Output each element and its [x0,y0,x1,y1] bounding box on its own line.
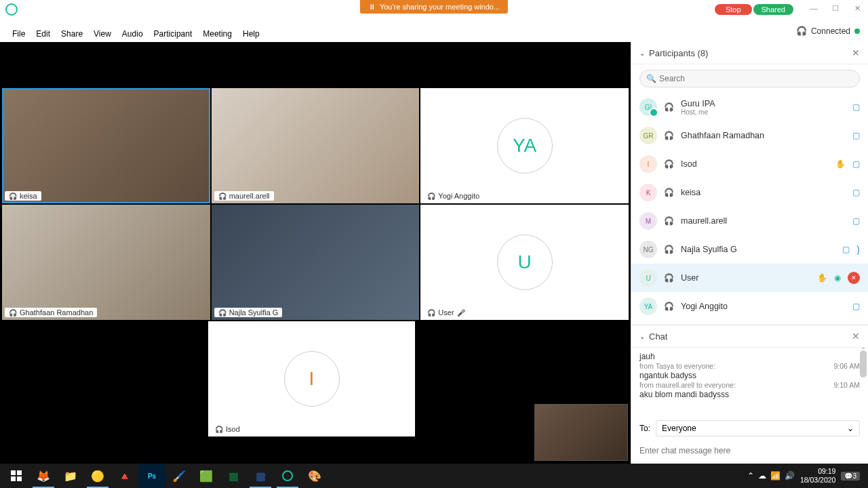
taskbar-app1[interactable]: 🖌️ [165,464,193,488]
menu-audio[interactable]: Audio [117,28,149,40]
avatar: NG [639,241,657,258]
video-feed [212,205,420,320]
scrollbar-thumb[interactable] [860,350,867,378]
participants-title: Participants (8) [649,48,708,58]
window-controls: — ☐ ✕ [803,0,868,16]
taskbar-clock[interactable]: 09:19 18/03/2020 [800,467,836,484]
close-chat-button[interactable]: ✕ [852,331,860,342]
chat-panel: ⌄ Chat ✕ ⌃ jauh from Tasya to everyone:9… [631,325,868,464]
camera-icon: ▢ [852,302,860,311]
connected-dot-icon [854,28,860,34]
menu-share[interactable]: Share [56,28,88,40]
avatar: GR [639,127,657,144]
participant-row-user[interactable]: U 🎧 User ✋◉✕ [631,264,868,292]
taskbar-explorer[interactable]: 📁 [57,464,84,488]
chat-message: aku blom mandi badysss [639,390,860,399]
system-tray[interactable]: ⌃ ☁ 📶 🔊 [747,471,795,481]
headset-icon: 🎧 [664,131,674,140]
taskbar-excel[interactable]: ▦ [220,464,247,488]
participant-search: 🔍 [639,70,860,87]
taskbar-coreldraw[interactable]: 🟩 [193,464,220,488]
headset-icon: 🎧 [664,273,674,283]
sharing-text: You're sharing your meeting windo... [380,3,500,11]
app-logo-icon [5,3,18,16]
chat-messages: ⌃ jauh from Tasya to everyone:9:06 AM ng… [631,348,868,416]
taskbar-firefox[interactable]: 🦊 [30,464,57,488]
headset-icon: 🎧 [664,216,674,226]
search-input[interactable] [639,70,860,87]
menu-view[interactable]: View [88,28,117,40]
camera-icon: ▢ [852,188,860,197]
participants-header[interactable]: ⌄ Participants (8) ✕ [631,42,868,64]
audio-icon: 🎧 [427,192,435,200]
onedrive-icon[interactable]: ☁ [758,471,766,481]
audio-icon: 🎧 [215,426,223,433]
video-tile-maurell[interactable]: 🎧maurell.arell [212,88,420,203]
chat-header[interactable]: ⌄ Chat ✕ [631,325,868,348]
tile-label: 🎧Yogi Anggito [423,191,484,201]
chat-input[interactable] [639,443,860,458]
participant-row-keisa[interactable]: K 🎧 keisa ▢ [631,178,868,207]
participant-row-guru[interactable]: GI 🎧 Guru IPAHost, me ▢ [631,93,868,121]
muted-icon: 🎤 [457,309,465,317]
menu-participant[interactable]: Participant [149,28,198,40]
headset-icon: 🎧 [664,159,674,169]
tray-chevron-icon[interactable]: ⌃ [747,471,754,481]
muted-badge-icon: ✕ [848,272,860,284]
avatar: K [639,184,657,201]
video-tile-yogi[interactable]: YA 🎧Yogi Anggito [420,88,629,203]
shared-button[interactable]: Shared [753,4,793,15]
chat-title: Chat [649,331,667,342]
participant-row-yogi[interactable]: YA 🎧 Yogi Anggito ▢ [631,292,868,321]
video-tile-keisa[interactable]: 🎧keisa [2,88,210,203]
audio-icon: 🎧 [427,309,435,317]
taskbar-vlc[interactable]: 🔺 [111,464,138,488]
close-button[interactable]: ✕ [846,0,868,16]
network-icon[interactable]: 📶 [770,471,781,481]
volume-icon[interactable]: 🔊 [785,471,795,481]
self-view[interactable] [534,404,628,461]
share-icon: ◉ [834,273,841,283]
headset-icon: 🎧 [796,26,807,36]
stop-sharing-button[interactable]: Stop [715,4,752,15]
taskbar-chrome[interactable]: 🟡 [84,464,111,488]
avatar: I [639,155,657,173]
participant-row-najla[interactable]: NG 🎧 Najla Syulfia G ▢) [631,235,868,264]
notification-badge[interactable]: 💬3 [841,472,860,481]
menu-edit[interactable]: Edit [31,28,56,40]
avatar: M [639,212,657,230]
maximize-button[interactable]: ☐ [825,0,846,16]
video-tile-user[interactable]: U 🎧User 🎤 [420,205,629,320]
extra-icon: ) [856,244,860,255]
video-tile-ghathfaan[interactable]: 🎧Ghathfaan Ramadhan [2,205,210,320]
participant-row-maurell[interactable]: M 🎧 maurell.arell ▢ [631,207,868,235]
taskbar-webex[interactable] [274,464,301,488]
minimize-button[interactable]: — [803,0,825,16]
taskbar-paint[interactable]: 🎨 [301,464,328,488]
svg-rect-0 [11,470,16,475]
close-panel-button[interactable]: ✕ [852,47,860,58]
video-tile-isod[interactable]: I 🎧Isod [208,321,415,436]
chevron-down-icon: ⌄ [639,333,645,340]
camera-icon: ▢ [852,131,860,140]
taskbar-photoshop[interactable]: Ps [138,464,165,488]
chat-meta: from maurell.arell to everyone:9:10 AM [639,381,860,389]
camera-icon: ▢ [852,159,860,169]
start-button[interactable] [3,464,30,488]
taskbar-word[interactable]: ▦ [247,464,274,488]
tile-label: 🎧keisa [5,191,41,201]
to-label: To: [639,424,650,433]
connected-label: Connected [811,26,850,36]
menu-file[interactable]: File [7,28,31,40]
to-select[interactable]: Everyone⌄ [656,420,860,436]
participant-row-ghathfaan[interactable]: GR 🎧 Ghathfaan Ramadhan ▢ [631,121,868,150]
side-panel: ⌄ Participants (8) ✕ 🔍 GI 🎧 Guru IPAHost… [631,42,868,464]
menu-meeting[interactable]: Meeting [197,28,237,40]
participant-row-isod[interactable]: I 🎧 Isod ✋▢ [631,150,868,178]
avatar: GI [639,98,657,116]
camera-icon: ▢ [852,102,860,112]
video-tile-najla[interactable]: 🎧Najla Syulfia G [212,205,420,320]
sharing-message: ⏸ You're sharing your meeting windo... [360,0,508,14]
headset-icon: 🎧 [664,188,674,197]
menu-help[interactable]: Help [237,28,265,40]
